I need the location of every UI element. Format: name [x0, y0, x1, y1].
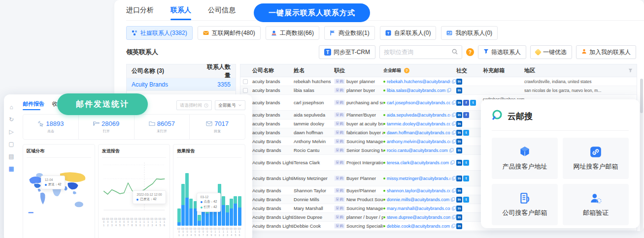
subtab-互联网邮件(480)[interactable]: 互联网邮件(480)	[198, 26, 261, 40]
sync-tcrm-button[interactable]: T 同步至T-CRM	[319, 45, 375, 59]
twitter-icon[interactable]: t	[463, 130, 469, 136]
email-info-icon[interactable]: ?	[404, 68, 409, 73]
bar	[221, 196, 225, 226]
filter-contacts-button[interactable]: 筛选联系人	[478, 45, 526, 59]
email-link[interactable]: teresa.clark@acuitybrands.com	[387, 160, 449, 165]
copy-icon[interactable]	[452, 215, 456, 219]
copy-icon[interactable]	[451, 224, 456, 228]
copy-icon[interactable]	[449, 148, 454, 152]
copy-icon[interactable]	[451, 197, 455, 202]
region-filter-icon[interactable]	[628, 68, 633, 74]
tab-公司信息[interactable]: 公司信息	[208, 6, 236, 20]
copy-icon[interactable]	[450, 160, 455, 165]
tile-产品搜客户地址[interactable]: 产品搜客户地址	[492, 138, 558, 179]
copy-icon[interactable]	[452, 139, 456, 144]
copy-icon[interactable]	[452, 188, 456, 193]
copy-icon[interactable]	[447, 88, 451, 92]
copy-icon[interactable]	[452, 206, 456, 210]
copy-icon[interactable]	[452, 113, 456, 117]
email-link[interactable]: aida.sepulveda@acuitybrands.com	[387, 113, 450, 118]
account-select[interactable]: 全部账号	[215, 100, 245, 110]
linkedin-icon[interactable]: in	[456, 223, 462, 229]
copy-icon[interactable]	[452, 130, 456, 135]
linkedin-icon[interactable]: in	[456, 100, 462, 106]
one-key-optimize-button[interactable]: 一键优选	[530, 45, 572, 59]
copy-icon[interactable]	[452, 176, 456, 180]
email-link[interactable]: debbie.cook@acuitybrands.com	[387, 224, 450, 229]
mail-tab-邮件报告[interactable]: 邮件报告	[23, 100, 44, 110]
tab-进口分析[interactable]: 进口分析	[126, 6, 154, 20]
subtab-我的联系人(0)[interactable]: 我的联系人(0)	[441, 26, 498, 40]
twitter-icon[interactable]: t	[463, 160, 469, 166]
linkedin-icon[interactable]: in	[456, 79, 462, 85]
search-icon[interactable]	[452, 48, 458, 57]
email-link[interactable]: dawn.hoffman@acuitybrands.com	[387, 130, 450, 135]
subtab-商业数据(1)[interactable]: 商业数据(1)	[324, 26, 375, 40]
search-input[interactable]	[384, 49, 452, 56]
tile-邮箱验证[interactable]: 邮箱验证	[563, 184, 629, 225]
linkedin-icon[interactable]: in	[456, 176, 462, 181]
tile-公司搜客户邮箱[interactable]: 公司搜客户邮箱	[492, 184, 558, 225]
twitter-icon[interactable]: t	[470, 100, 476, 106]
linkedin-icon[interactable]: in	[456, 188, 462, 194]
bar	[181, 184, 185, 226]
linkedin-icon[interactable]: in	[456, 148, 462, 153]
position-search[interactable]	[379, 45, 462, 59]
email-link[interactable]: rebekah.hutchens@acuitybrands.com	[387, 79, 450, 84]
x-tick: 03-08	[205, 227, 209, 237]
add-to-my-contacts-button[interactable]: 加入我的联系人	[576, 45, 636, 59]
facebook-icon[interactable]: f	[463, 100, 469, 106]
email-link[interactable]: donnie.mills@acuitybrands.com	[387, 197, 449, 202]
company-row[interactable]: Acuity Brands3355	[127, 78, 236, 91]
stacked-bar	[234, 196, 237, 226]
email-link[interactable]: mary.marshall@acuitybrands.com	[387, 206, 450, 211]
date-range-picker[interactable]: 请选择时间	[176, 100, 212, 110]
email-link[interactable]: shannon.taylor@acuitybrands.com	[387, 188, 450, 193]
copy-icon[interactable]	[452, 79, 456, 84]
folder-open-icon	[93, 120, 100, 127]
send-icon[interactable]: ▷	[9, 129, 13, 135]
gear-icon[interactable]: ↻	[9, 117, 14, 122]
email-link[interactable]: steve.dupree@acuitybrands.com	[387, 215, 450, 220]
company-cell: Acuity Brands	[250, 197, 294, 202]
company-cell: Acuity Brands Lighting	[250, 176, 294, 181]
purchase-tag: 采购	[334, 206, 345, 211]
copy-icon[interactable]	[452, 121, 456, 126]
twitter-icon[interactable]: t	[463, 197, 469, 203]
facebook-icon[interactable]: f	[463, 112, 469, 118]
report-icon[interactable]: ▤	[8, 153, 14, 159]
email-link[interactable]: libia.salas@acuitybrands.com	[387, 88, 445, 93]
linkedin-icon[interactable]: in	[456, 112, 462, 118]
email-link[interactable]: rocio.cantu@acuitybrands.com	[387, 148, 448, 153]
email-cell: anthony.melvin@acuitybrands.com	[383, 139, 456, 144]
linkedin-icon[interactable]: in	[456, 88, 462, 93]
linkedin-icon[interactable]: in	[456, 197, 462, 203]
tab-联系人[interactable]: 联系人	[170, 6, 191, 20]
subtab-工商数据(66)[interactable]: 工商数据(66)	[266, 26, 319, 40]
row-checkbox[interactable]	[243, 79, 248, 84]
calendar-icon[interactable]: ▦	[8, 166, 14, 172]
row-checkbox[interactable]	[243, 88, 248, 93]
table-scrollbar[interactable]	[640, 79, 643, 231]
purchase-tag: 采购	[334, 197, 345, 202]
copy-icon[interactable]	[452, 100, 456, 105]
help-icon[interactable]: ?	[466, 48, 474, 56]
tile-网址搜客户邮箱[interactable]: 网址搜客户邮箱	[563, 138, 629, 179]
email-link[interactable]: anthony.melvin@acuitybrands.com	[387, 139, 450, 144]
subtab-社媒联系人(3382)[interactable]: 社媒联系人(3382)	[126, 26, 193, 40]
email-link[interactable]: missy.metzinger@acuitybrands.com	[387, 176, 450, 181]
linkedin-icon[interactable]: in	[456, 214, 462, 220]
subtab-自采联系人(0)[interactable]: T自采联系人(0)	[380, 26, 437, 40]
email-link[interactable]: carl.josephson@acuitybrands.com	[387, 100, 450, 105]
home-icon[interactable]: ⌂	[9, 104, 13, 110]
twitter-icon[interactable]: t	[463, 176, 469, 181]
linkedin-icon[interactable]: in	[456, 160, 462, 166]
briefcase-icon[interactable]: ▢	[8, 141, 14, 147]
social-cell: inf	[456, 112, 483, 118]
linkedin-icon[interactable]: in	[456, 121, 462, 127]
linkedin-icon[interactable]: in	[456, 206, 462, 211]
top-tab-bar: 进口分析联系人公司信息	[126, 0, 644, 21]
email-link[interactable]: tammie.dooley@acuitybrands.com	[387, 121, 450, 126]
linkedin-icon[interactable]: in	[456, 139, 462, 145]
linkedin-icon[interactable]: in	[456, 130, 462, 136]
